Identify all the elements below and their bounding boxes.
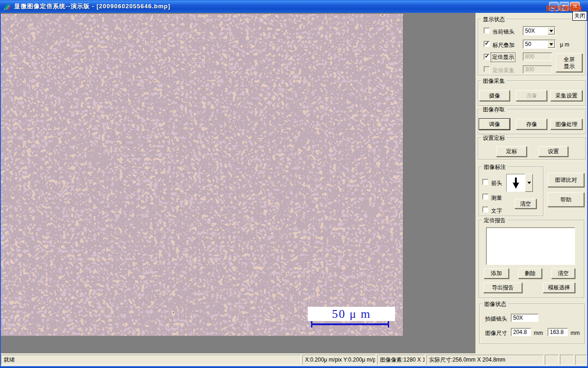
export-report-button[interactable]: 导出报告 [483,282,522,293]
report-add-button[interactable]: 添加 [484,268,509,279]
chevron-down-icon [527,182,531,184]
group-title: 图像标注 [482,163,508,171]
chevron-down-icon[interactable] [548,40,555,48]
status-actual-size: 实际尺寸:256.0mm X 204.8mm [426,355,543,365]
status-ready: 就绪 [1,355,301,365]
window-title: 显微图像定倍系统--演示版 - [20090602055646.bmp] [14,2,170,11]
lens-label: 拍摄镜头 [485,315,507,323]
arrow-style-preview [506,174,525,192]
arrow-label: 箭头 [491,179,502,187]
current-lens-combobox[interactable]: 50X [523,26,556,35]
report-listbox[interactable] [486,227,575,265]
app-window: { "titlebar": { "title": "显微图像定倍系统--演示版 … [0,0,588,368]
fixed-capture-checkbox [484,66,490,72]
group-calibration: 设置定标 [478,138,586,160]
help-button[interactable]: 帮助 [548,192,584,207]
group-title: 图像采集 [481,77,507,85]
height-value-field: 163.8 [548,328,568,336]
control-panel: 显示状态 当前镜头 50X 标尺叠加 50 μ m 定倍显示 800 定倍采集 … [475,13,588,354]
image-process-button[interactable]: 图像处理 [550,119,582,130]
fullscreen-button[interactable]: 全屏显示 [556,53,582,72]
capture-settings-button[interactable]: 采集设置 [550,90,582,101]
shoot-button[interactable]: 摄像 [479,90,510,101]
status-image-pixels: 图像像素:1280 X 1024 [377,355,425,365]
scale-overlay-checkbox[interactable] [484,41,490,47]
fixed-display-checkbox[interactable] [484,54,490,60]
status-empty-3 [575,355,587,365]
annotation-clear-button[interactable]: 清空 [514,199,537,209]
group-title: 图像存取 [481,106,507,114]
calibrate-button[interactable]: 定标 [496,146,527,157]
close-button[interactable] [570,2,580,11]
width-unit-label: mm [534,330,543,336]
down-arrow-icon [512,177,520,190]
measure-checkbox[interactable] [482,194,488,200]
scale-value-combobox[interactable]: 50 [523,40,556,49]
scale-value: 50 [525,41,531,47]
width-value-field: 204.8 [511,328,531,336]
window-border-left [0,13,1,366]
text-checkbox[interactable] [482,207,488,213]
scale-bar-tick-left [311,321,312,328]
group-image-status: 图像状态 [479,304,585,344]
scale-overlay-label: 标尺叠加 [492,41,514,49]
scale-bar-label: 50 μ m [308,307,395,321]
freeze-button: 冻像 [516,90,547,101]
restore-button[interactable] [560,2,569,11]
arrow-checkbox[interactable] [482,179,488,185]
app-icon [3,2,11,11]
atlas-compare-button[interactable]: 图谱比对 [548,173,584,187]
height-unit-label: mm [571,330,580,336]
status-empty-1 [545,355,559,365]
report-delete-button[interactable]: 删除 [518,268,542,279]
calibration-setup-button[interactable]: 设置 [538,146,568,157]
group-title: 显示状态 [481,16,507,23]
minimize-button[interactable] [549,2,559,11]
window-border-bottom [0,366,588,368]
save-image-button[interactable]: 存像 [516,119,547,130]
statusbar: 就绪 X:0.200μ m/pix Y:0.200μ m/pix 图像像素:12… [0,353,588,366]
fixed-capture-input: 300 [523,65,552,74]
arrow-style-dropdown[interactable] [525,174,533,192]
text-label: 文字 [491,207,502,215]
titlebar[interactable]: 显微图像定倍系统--演示版 - [20090602055646.bmp] [0,0,588,13]
chevron-down-icon[interactable] [548,27,555,34]
scale-bar-tick-right [388,321,389,328]
fixed-capture-label: 定倍采集 [492,67,514,75]
fixed-display-label: 定倍显示 [491,53,515,62]
fixed-display-input: 800 [523,52,552,61]
group-title: 图像状态 [482,300,508,308]
template-select-button[interactable]: 模板选择 [543,282,575,293]
scale-bar-line [311,323,389,325]
micrograph-image [1,14,403,336]
report-clear-button[interactable]: 清空 [551,268,575,279]
current-lens-checkbox[interactable] [484,28,490,34]
lens-value-field: 50X [511,314,538,322]
status-pixel-scale: X:0.200μ m/pix Y:0.200μ m/pix [302,355,376,365]
group-title: 设置定标 [481,134,507,142]
load-image-button[interactable]: 调像 [479,119,510,130]
measure-label: 测量 [491,194,502,202]
close-tooltip: 关闭 [572,11,587,21]
current-lens-label: 当前镜头 [492,28,514,36]
image-viewport[interactable]: 50 μ m [1,13,475,354]
group-title: 定倍报告 [482,217,508,224]
status-empty-2 [560,355,574,365]
current-lens-value: 50X [525,28,535,34]
size-label: 图像尺寸 [485,329,507,337]
scale-unit-label: μ m [560,41,569,48]
